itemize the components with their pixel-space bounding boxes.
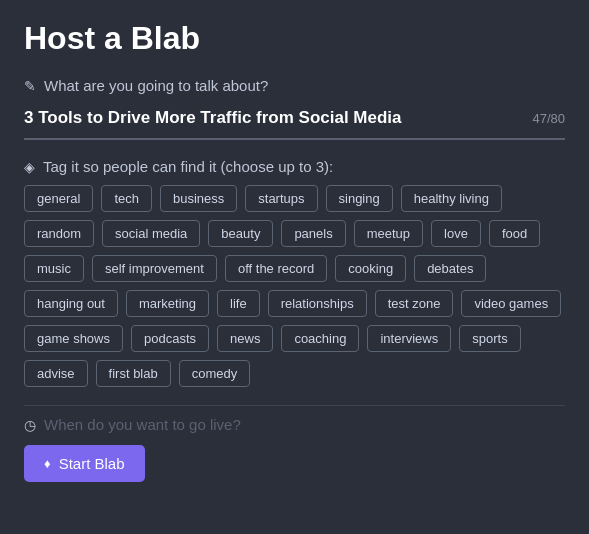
tag-meetup[interactable]: meetup (354, 220, 423, 247)
tag-debates[interactable]: debates (414, 255, 486, 282)
topic-section: ✎ What are you going to talk about? 47/8… (24, 77, 565, 140)
diamond-icon: ♦ (44, 456, 51, 471)
tag-general[interactable]: general (24, 185, 93, 212)
tag-self-improvement[interactable]: self improvement (92, 255, 217, 282)
tag-tech[interactable]: tech (101, 185, 152, 212)
tag-hanging-out[interactable]: hanging out (24, 290, 118, 317)
page-title: Host a Blab (24, 20, 565, 57)
topic-input[interactable] (24, 104, 532, 132)
tag-video-games[interactable]: video games (461, 290, 561, 317)
tag-music[interactable]: music (24, 255, 84, 282)
topic-label: ✎ What are you going to talk about? (24, 77, 565, 94)
tag-podcasts[interactable]: podcasts (131, 325, 209, 352)
tag-coaching[interactable]: coaching (281, 325, 359, 352)
tags-label: ◈ Tag it so people can find it (choose u… (24, 158, 565, 175)
start-blab-button[interactable]: ♦ Start Blab (24, 445, 145, 482)
tag-social-media[interactable]: social media (102, 220, 200, 247)
tag-icon: ◈ (24, 159, 35, 175)
tag-cooking[interactable]: cooking (335, 255, 406, 282)
topic-input-row: 47/80 (24, 104, 565, 140)
tag-life[interactable]: life (217, 290, 260, 317)
tag-beauty[interactable]: beauty (208, 220, 273, 247)
start-blab-label: Start Blab (59, 455, 125, 472)
tag-interviews[interactable]: interviews (367, 325, 451, 352)
tag-business[interactable]: business (160, 185, 237, 212)
tag-singing[interactable]: singing (326, 185, 393, 212)
tag-advise[interactable]: advise (24, 360, 88, 387)
char-count: 47/80 (532, 111, 565, 126)
tag-food[interactable]: food (489, 220, 540, 247)
tag-news[interactable]: news (217, 325, 273, 352)
edit-icon: ✎ (24, 78, 36, 94)
tag-love[interactable]: love (431, 220, 481, 247)
live-section-label: ◷ When do you want to go live? (24, 416, 565, 433)
tag-off-the-record[interactable]: off the record (225, 255, 327, 282)
tag-panels[interactable]: panels (281, 220, 345, 247)
tags-section: ◈ Tag it so people can find it (choose u… (24, 158, 565, 387)
tag-startups[interactable]: startups (245, 185, 317, 212)
tag-first-blab[interactable]: first blab (96, 360, 171, 387)
clock-icon: ◷ (24, 417, 36, 433)
tag-test-zone[interactable]: test zone (375, 290, 454, 317)
tag-marketing[interactable]: marketing (126, 290, 209, 317)
divider (24, 405, 565, 406)
tag-comedy[interactable]: comedy (179, 360, 251, 387)
tag-game-shows[interactable]: game shows (24, 325, 123, 352)
tag-healthy-living[interactable]: healthy living (401, 185, 502, 212)
tag-random[interactable]: random (24, 220, 94, 247)
tag-relationships[interactable]: relationships (268, 290, 367, 317)
tag-sports[interactable]: sports (459, 325, 520, 352)
tags-area: generaltechbusinessstartupssinginghealth… (24, 185, 565, 387)
